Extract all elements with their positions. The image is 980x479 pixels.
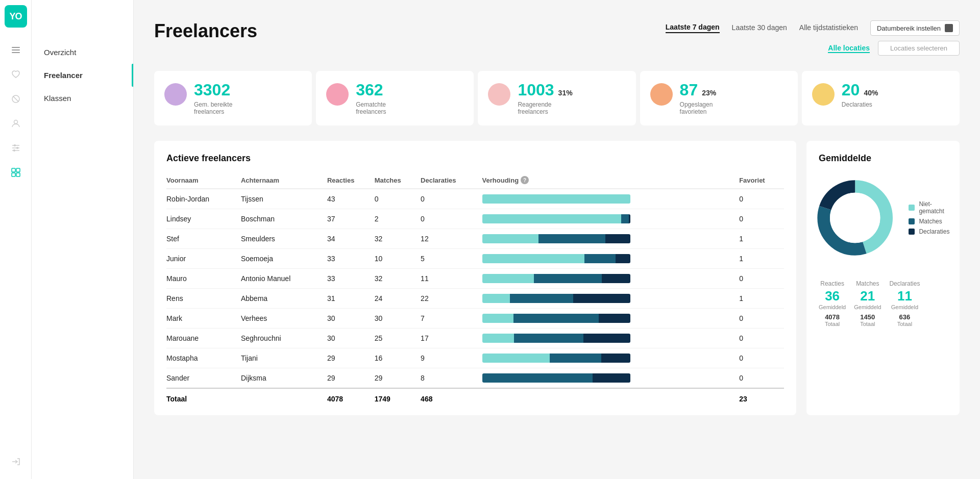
bar-declaraties bbox=[599, 314, 630, 323]
cell-voornaam: Mark bbox=[166, 309, 241, 329]
cell-voornaam: Junior bbox=[166, 249, 241, 269]
col-favoriet: Favoriet bbox=[739, 172, 784, 189]
gem-num-matches: 21 bbox=[854, 288, 881, 304]
nav-item-freelancer[interactable]: Freelancer bbox=[32, 64, 133, 87]
svg-rect-0 bbox=[12, 47, 20, 48]
date-range-label: Datumbereik instellen bbox=[877, 24, 941, 32]
date-range-button[interactable]: Datumbereik instellen bbox=[870, 20, 960, 36]
cell-declaraties: 5 bbox=[421, 249, 482, 269]
cell-declaraties: 22 bbox=[421, 289, 482, 309]
filter-30-days[interactable]: Laatste 30 dagen bbox=[732, 23, 787, 33]
freelancers-table: Voornaam Achternaam Reacties Matches Dec… bbox=[166, 172, 784, 403]
bar-niet-gematcht bbox=[482, 274, 534, 283]
donut-chart-wrap: Niet-gematcht Matches Declaraties bbox=[819, 172, 947, 264]
filter-7-days[interactable]: Laatste 7 dagen bbox=[666, 23, 720, 33]
list-icon[interactable] bbox=[6, 40, 26, 60]
legend-label-declaraties: Declaraties bbox=[919, 228, 949, 235]
cell-achternaam: Soemoeja bbox=[241, 249, 327, 269]
stat-number-0: 3302 bbox=[194, 81, 232, 99]
cell-declaraties: 12 bbox=[421, 229, 482, 249]
svg-rect-15 bbox=[16, 173, 20, 177]
verhouding-help-icon[interactable]: ? bbox=[521, 176, 529, 184]
bar-niet-gematcht bbox=[482, 234, 538, 243]
cell-voornaam: Lindsey bbox=[166, 209, 241, 229]
logout-icon[interactable] bbox=[6, 451, 26, 472]
left-nav: Overzicht Freelancer Klassen bbox=[32, 0, 134, 479]
cell-reacties: 43 bbox=[327, 189, 375, 209]
all-locations-label[interactable]: Alle locaties bbox=[828, 44, 870, 53]
cell-voornaam: Marouane bbox=[166, 329, 241, 348]
cell-voornaam: Mostapha bbox=[166, 348, 241, 368]
gemiddelde-stats: Reacties 36 Gemiddeld 4078 Totaal Matche… bbox=[819, 280, 947, 327]
sliders-icon[interactable] bbox=[6, 138, 26, 158]
bar-declaraties bbox=[593, 373, 630, 383]
bar-declaraties bbox=[583, 334, 630, 343]
gem-sub-matches: Gemiddeld bbox=[854, 304, 881, 310]
location-select-button[interactable]: Locaties selecteren bbox=[878, 41, 960, 56]
main-content: Freelancers Laatste 7 dagen Laatste 30 d… bbox=[134, 0, 980, 479]
cell-declaraties: 7 bbox=[421, 309, 482, 329]
bar-matches bbox=[510, 294, 573, 303]
nav-item-overzicht[interactable]: Overzicht bbox=[32, 41, 133, 64]
stat-circle-2 bbox=[488, 83, 510, 106]
gem-label-declaraties: Declaraties bbox=[889, 280, 920, 287]
col-verhouding: Verhouding ? bbox=[482, 172, 740, 189]
filter-all-time[interactable]: Alle tijdstatistieken bbox=[799, 23, 858, 33]
cell-achternaam: Dijksma bbox=[241, 368, 327, 389]
stat-label-2: Reagerendefreelancers bbox=[518, 101, 572, 115]
heart-icon[interactable] bbox=[6, 64, 26, 85]
gem-total-declaraties: 636 bbox=[889, 313, 920, 321]
gem-stat-reacties: Reacties 36 Gemiddeld 4078 Totaal bbox=[819, 280, 846, 327]
cell-matches: 0 bbox=[375, 189, 421, 209]
total-label: Totaal bbox=[166, 388, 241, 403]
page-title: Freelancers bbox=[154, 20, 257, 42]
cell-declaraties: 0 bbox=[421, 189, 482, 209]
ban-icon[interactable] bbox=[6, 89, 26, 109]
sidebar: YO bbox=[0, 0, 32, 479]
cell-achternaam: Antonio Manuel bbox=[241, 269, 327, 289]
gem-total-label-reacties: Totaal bbox=[819, 321, 846, 327]
location-row: Alle locaties Locaties selecteren bbox=[828, 41, 960, 56]
svg-point-9 bbox=[14, 144, 16, 146]
table-row: Mostapha Tijani 29 16 9 0 bbox=[166, 348, 784, 368]
bar-declaraties bbox=[602, 274, 630, 283]
stat-info-1: 362 Gematchtefreelancers bbox=[356, 81, 386, 115]
table-row: Mauro Antonio Manuel 33 32 11 0 bbox=[166, 269, 784, 289]
svg-point-10 bbox=[16, 147, 18, 149]
total-reacties: 4078 bbox=[327, 388, 375, 403]
table-row: Sander Dijksma 29 29 8 0 bbox=[166, 368, 784, 389]
total-matches: 1749 bbox=[375, 388, 421, 403]
gem-sub-reacties: Gemiddeld bbox=[819, 304, 846, 310]
gem-num-declaraties: 11 bbox=[889, 288, 920, 304]
cell-verhouding bbox=[482, 229, 740, 249]
stat-info-4: 20 40% Declaraties bbox=[842, 81, 878, 108]
bar-matches bbox=[514, 334, 583, 343]
cell-reacties: 34 bbox=[327, 229, 375, 249]
stat-circle-3 bbox=[650, 83, 673, 106]
bar-niet-gematcht bbox=[482, 194, 630, 204]
stat-card-1: 362 Gematchtefreelancers bbox=[316, 71, 474, 125]
person-icon[interactable] bbox=[6, 113, 26, 134]
dashboard-icon[interactable] bbox=[6, 162, 26, 183]
cell-matches: 10 bbox=[375, 249, 421, 269]
bar-declaraties bbox=[573, 294, 630, 303]
stat-card-0: 3302 Gem. bereiktefreelancers bbox=[154, 71, 312, 125]
cell-favoriet: 0 bbox=[739, 269, 784, 289]
bar-declaraties bbox=[601, 354, 630, 363]
cell-achternaam: Abbema bbox=[241, 289, 327, 309]
col-reacties: Reacties bbox=[327, 172, 375, 189]
total-declaraties: 468 bbox=[421, 388, 482, 403]
gem-sub-declaraties: Gemiddeld bbox=[889, 304, 920, 310]
time-filters: Laatste 7 dagen Laatste 30 dagen Alle ti… bbox=[666, 20, 960, 36]
stat-pct-2: 31% bbox=[558, 89, 573, 97]
gem-total-matches: 1450 bbox=[854, 313, 881, 321]
col-voornaam: Voornaam bbox=[166, 172, 241, 189]
stat-circle-1 bbox=[326, 83, 349, 106]
legend-niet-gematcht: Niet-gematcht bbox=[909, 200, 954, 215]
cell-reacties: 30 bbox=[327, 329, 375, 348]
logo[interactable]: YO bbox=[5, 5, 27, 28]
cell-verhouding bbox=[482, 329, 740, 348]
nav-item-klassen[interactable]: Klassen bbox=[32, 87, 133, 110]
stat-label-1: Gematchtefreelancers bbox=[356, 101, 386, 115]
gem-total-reacties: 4078 bbox=[819, 313, 846, 321]
